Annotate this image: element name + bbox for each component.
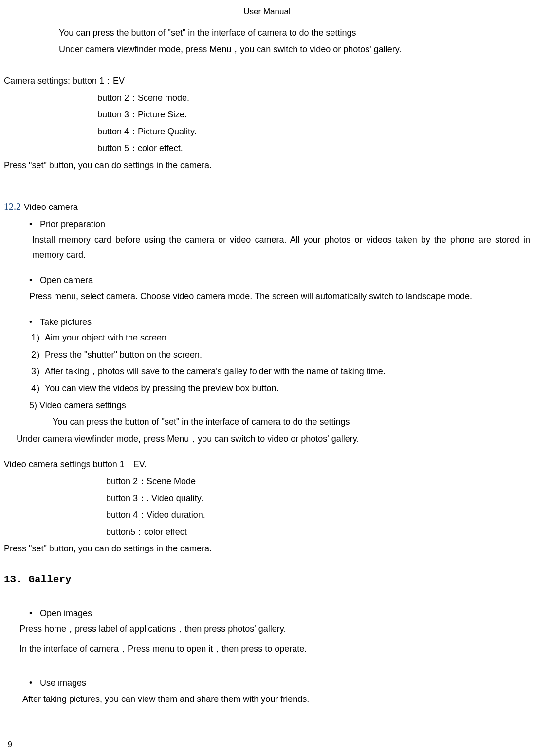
bullet-label: Use images: [40, 676, 530, 691]
bullet-label: Prior preparation: [40, 217, 530, 232]
bullet-icon: •: [29, 676, 40, 691]
camera-settings-b2: button 2：Scene mode.: [4, 91, 530, 106]
prior-preparation-text: Install memory card before using the cam…: [4, 232, 530, 262]
camera-settings-press: Press "set" button, you can do settings …: [4, 158, 530, 173]
video-settings-b3: button 3：. Video quality.: [4, 491, 530, 506]
bullet-icon: •: [29, 315, 40, 330]
camera-settings-b5: button 5：color effect.: [4, 141, 530, 156]
bullet-take-pictures: • Take pictures: [4, 315, 530, 330]
section-number: 12.2: [4, 198, 21, 215]
video-settings-press: Press "set" button, you can do settings …: [4, 541, 530, 556]
section-title-text: Video camera: [24, 200, 78, 215]
step-5-sub: You can press the button of "set" in the…: [4, 415, 530, 430]
step-4: 4）You can view the videos by pressing th…: [4, 381, 530, 396]
bullet-open-camera: • Open camera: [4, 273, 530, 288]
use-images-text: After taking pictures, you can view them…: [4, 692, 530, 707]
open-images-l2: In the interface of camera，Press menu to…: [4, 642, 530, 657]
bullet-icon: •: [29, 273, 40, 288]
page: User Manual You can press the button of …: [4, 5, 530, 756]
intro-line-1: You can press the button of "set" in the…: [4, 25, 530, 40]
bullet-prior-preparation: • Prior preparation: [4, 217, 530, 232]
step-1: 1）Aim your object with the screen.: [4, 330, 530, 345]
step-5: 5) Video camera settings: [4, 398, 530, 413]
intro-line-2: Under camera viewfinder mode, press Menu…: [4, 42, 530, 57]
video-settings-b1: Video camera settings button 1：EV.: [4, 457, 530, 472]
camera-settings-b4: button 4：Picture Quality.: [4, 124, 530, 139]
open-images-l1: Press home，press label of applications，t…: [4, 622, 530, 637]
page-header: User Manual: [4, 5, 530, 21]
bullet-label: Take pictures: [40, 315, 530, 330]
bullet-icon: •: [29, 217, 40, 232]
bullet-open-images: • Open images: [4, 606, 530, 621]
video-settings-b4: button 4：Video duration.: [4, 508, 530, 523]
bullet-label: Open camera: [40, 273, 530, 288]
viewfinder-note: Under camera viewfinder mode, press Menu…: [4, 432, 530, 447]
section-13-title: 13. Gallery: [4, 571, 530, 588]
section-12-2-title: 12.2 Video camera: [4, 198, 530, 215]
bullet-label: Open images: [40, 606, 530, 621]
camera-settings-b3: button 3：Picture Size.: [4, 107, 530, 122]
open-camera-text: Press menu, select camera. Choose video …: [4, 289, 530, 304]
header-rule: [4, 21, 530, 21]
bullet-use-images: • Use images: [4, 676, 530, 691]
page-number: 9: [8, 738, 12, 751]
step-2: 2）Press the "shutter" button on the scre…: [4, 347, 530, 362]
video-settings-b5: button5：color effect: [4, 525, 530, 540]
bullet-icon: •: [29, 606, 40, 621]
camera-settings-b1: Camera settings: button 1：EV: [4, 74, 530, 89]
video-settings-b2: button 2：Scene Mode: [4, 474, 530, 489]
step-3: 3）After taking，photos will save to the c…: [4, 364, 530, 379]
